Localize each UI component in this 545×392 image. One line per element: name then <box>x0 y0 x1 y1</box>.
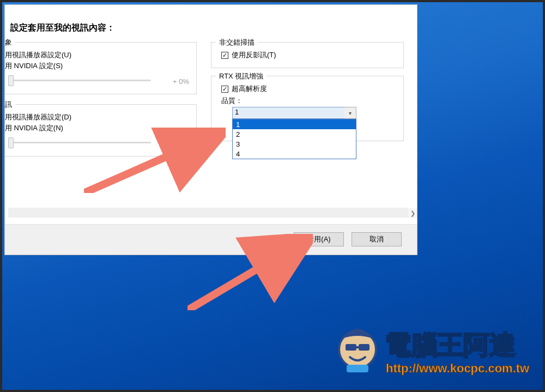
settings-panel-window: 設定套用至我的視訊內容： 象 用視訊播放器設定(U) 用 NVIDIA 設定(S… <box>4 4 417 255</box>
apply-button[interactable]: 套用(A) <box>294 232 344 246</box>
quality-option-3[interactable]: 3 <box>233 139 356 149</box>
svg-rect-4 <box>359 344 370 351</box>
radio-use-player-settings-u[interactable]: 用視訊播放器設定(U) <box>5 50 71 60</box>
checkbox-label: 超高解析度 <box>232 84 267 94</box>
slider-value: + 0% <box>173 140 189 148</box>
quality-dropdown-list: 1 2 3 4 <box>232 119 356 159</box>
deinterlace-group: 非交錯掃描 使用反影訊(T) <box>211 42 404 68</box>
watermark-url: http://www.kocpc.com.tw <box>386 361 530 375</box>
group-title: 非交錯掃描 <box>216 38 258 47</box>
slider-value: + 0% <box>173 77 189 86</box>
group-title: 訊 <box>5 100 15 110</box>
slider-row: + 0% <box>9 73 189 87</box>
slider-thumb[interactable] <box>8 137 14 148</box>
cancel-button[interactable]: 取消 <box>352 232 402 246</box>
svg-rect-5 <box>355 346 360 348</box>
quality-label: 品質： <box>221 96 243 106</box>
radio-use-nvidia-settings-s[interactable]: 用 NVIDIA 設定(S) <box>5 61 63 71</box>
slider-track[interactable] <box>9 142 151 143</box>
dialog-footer: 套用(A) 取消 <box>5 224 417 255</box>
quality-option-4[interactable]: 4 <box>233 149 356 159</box>
svg-rect-6 <box>347 365 368 372</box>
check-super-resolution[interactable]: 超高解析度 <box>221 84 267 94</box>
info-settings-group: 訊 用視訊播放器設定(D) 用 NVIDIA 設定(N) + 0% <box>5 104 197 156</box>
desktop-background: 設定套用至我的視訊內容： 象 用視訊播放器設定(U) 用 NVIDIA 設定(S… <box>0 0 545 392</box>
svg-rect-3 <box>346 344 356 351</box>
rtx-video-enhance-group: RTX 視訊增強 超高解析度 品質： 1 ▾ 1 2 3 4 <box>211 76 404 141</box>
slider-track[interactable] <box>9 80 151 81</box>
horizontal-scrollbar[interactable]: ❯ <box>8 208 408 218</box>
section-heading: 設定套用至我的視訊內容： <box>10 22 115 34</box>
check-inverse-telecine[interactable]: 使用反影訊(T) <box>221 50 276 60</box>
scroll-right-arrow-icon[interactable]: ❯ <box>408 208 417 218</box>
chevron-down-icon[interactable]: ▾ <box>344 107 356 119</box>
slider-row: + 0% <box>9 135 189 149</box>
watermark-text: 電腦王阿達 <box>385 330 516 359</box>
checkbox-icon <box>221 86 228 93</box>
watermark-logo: 電腦王阿達 http://www.kocpc.com.tw <box>330 322 537 384</box>
panel-content: 設定套用至我的視訊內容： 象 用視訊播放器設定(U) 用 NVIDIA 設定(S… <box>5 5 417 219</box>
slider-thumb[interactable] <box>8 75 14 86</box>
group-title: RTX 視訊增強 <box>216 71 267 81</box>
radio-use-nvidia-settings-n[interactable]: 用 NVIDIA 設定(N) <box>5 123 63 133</box>
svg-point-2 <box>339 331 376 368</box>
quality-option-1[interactable]: 1 <box>233 119 356 129</box>
checkbox-icon <box>221 52 228 59</box>
image-settings-group: 象 用視訊播放器設定(U) 用 NVIDIA 設定(S) + 0% <box>5 42 197 94</box>
quality-option-2[interactable]: 2 <box>233 129 356 139</box>
group-title: 象 <box>5 38 15 47</box>
radio-use-player-settings-d[interactable]: 用視訊播放器設定(D) <box>5 112 71 122</box>
quality-select[interactable]: 1 <box>232 107 356 119</box>
checkbox-label: 使用反影訊(T) <box>232 50 276 60</box>
